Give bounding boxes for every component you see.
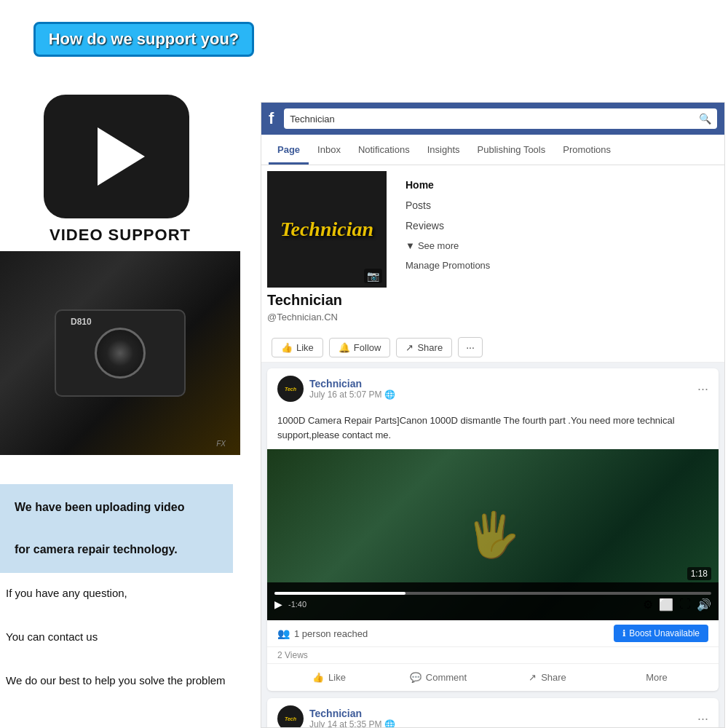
- post-time-text-1: July 16 at 5:07 PM: [309, 389, 381, 400]
- see-more-button[interactable]: ▼ See more: [400, 237, 717, 255]
- blue-text-line3: for camera repair technology.: [15, 543, 178, 555]
- video-fullscreen-icon[interactable]: ⛶: [679, 598, 691, 612]
- tab-page[interactable]: Page: [269, 137, 309, 165]
- tab-promotions[interactable]: Promotions: [554, 137, 620, 165]
- video-time-remaining: -1:40: [288, 600, 306, 609]
- chevron-down-icon: ▼: [405, 240, 415, 251]
- post-meta-1: Technician July 16 at 5:07 PM 🌐: [309, 378, 697, 400]
- fb-search-text: Technician: [290, 114, 695, 124]
- manage-promotions-link[interactable]: Manage Promotions: [400, 256, 717, 274]
- video-settings-icon[interactable]: ⚙: [643, 598, 653, 612]
- bottom-text: If you have any question, You can contac…: [6, 582, 253, 692]
- reach-icon: 👥: [277, 628, 290, 639]
- video-icon-container: [44, 95, 189, 218]
- like-button[interactable]: 👍 Like: [272, 338, 323, 357]
- views-text: 2 Views: [267, 647, 719, 664]
- camera-model-label: D810: [71, 317, 92, 327]
- globe-icon-2: 🌐: [384, 719, 395, 728]
- fb-page-handle: @Technician.CN: [267, 312, 387, 323]
- video-picture-in-picture-icon[interactable]: ⬜: [659, 598, 673, 612]
- header-banner: How do we support you?: [36, 22, 251, 57]
- video-volume-icon[interactable]: 🔊: [697, 598, 711, 612]
- post-share-button[interactable]: ↗ Share: [493, 667, 602, 688]
- bottom-text-line1: If you have any question,: [6, 587, 127, 599]
- fb-search-box[interactable]: Technician 🔍: [284, 108, 717, 129]
- video-controls-bottom: ▶ -1:40 ⚙ ⬜ ⛶ 🔊: [274, 598, 711, 612]
- camera-lens: [95, 328, 146, 379]
- video-support-label: VIDEO SUPPORT: [15, 226, 226, 245]
- video-play-button[interactable]: ▶: [274, 598, 282, 610]
- post-author-2[interactable]: Technician: [309, 708, 697, 719]
- facebook-panel: f Technician 🔍 Page Inbox Notifications …: [261, 102, 725, 728]
- page-nav-home[interactable]: Home: [400, 175, 717, 194]
- post-avatar-2: Tech: [277, 705, 304, 728]
- follow-label: Follow: [354, 342, 381, 353]
- more-button[interactable]: ···: [458, 337, 483, 357]
- like-icon: 👍: [281, 342, 293, 353]
- video-control-icons: ⚙ ⬜ ⛶ 🔊: [643, 598, 711, 612]
- globe-icon-1: 🌐: [384, 389, 395, 400]
- post-comment-button[interactable]: 💬 Comment: [384, 667, 493, 688]
- post-header-1: Tech Technician July 16 at 5:07 PM 🌐 ···: [267, 368, 719, 409]
- video-progress-fill: [274, 592, 405, 595]
- left-panel: How do we support you? VIDEO SUPPORT D81…: [0, 0, 258, 728]
- post-time-2: July 14 at 5:35 PM 🌐: [309, 719, 697, 728]
- tab-insights[interactable]: Insights: [419, 137, 469, 165]
- camera-image: D810 FX: [0, 251, 240, 455]
- page-nav-reviews[interactable]: Reviews: [400, 216, 717, 235]
- camera-image-inner: D810 FX: [0, 251, 240, 455]
- post-avatar-1: Tech: [277, 376, 304, 402]
- post-like-button[interactable]: 👍 Like: [274, 667, 384, 688]
- post-time-text-2: July 14 at 5:35 PM: [309, 719, 381, 728]
- boost-button[interactable]: ℹ Boost Unavailable: [614, 625, 708, 642]
- fb-page-name: Technician: [267, 292, 387, 309]
- video-controls-1: ▶ -1:40 ⚙ ⬜ ⛶ 🔊: [267, 582, 719, 620]
- tab-publishing-tools[interactable]: Publishing Tools: [469, 137, 555, 165]
- share-button[interactable]: ↗ Share: [396, 338, 452, 357]
- fb-action-bar: 👍 Like 🔔 Follow ↗ Share ···: [261, 333, 724, 363]
- post-header-2: Tech Technician July 14 at 5:35 PM 🌐 ···: [267, 698, 719, 728]
- like-label: Like: [296, 342, 314, 353]
- page-nav-posts[interactable]: Posts: [400, 196, 717, 215]
- post-card-2: Tech Technician July 14 at 5:35 PM 🌐 ···…: [267, 698, 719, 728]
- follow-icon: 🔔: [339, 342, 350, 353]
- video-content-icon: 🖐️: [466, 509, 521, 561]
- video-progress-bar[interactable]: [274, 592, 711, 595]
- fb-page-cover-text: Technician: [280, 218, 373, 241]
- boost-icon: ℹ: [622, 628, 626, 638]
- camera-icon[interactable]: 📷: [364, 269, 382, 283]
- follow-button[interactable]: 🔔 Follow: [329, 338, 391, 357]
- post-more-2[interactable]: ···: [697, 711, 708, 727]
- camera-brand-label: FX: [216, 440, 226, 448]
- share-icon: ↗: [405, 342, 414, 353]
- post-more-button[interactable]: More: [602, 667, 711, 688]
- post-meta-2: Technician July 14 at 5:35 PM 🌐: [309, 708, 697, 728]
- post-video-1[interactable]: 🖐️ 1:18 ▶ -1:40 ⚙ ⬜ ⛶: [267, 449, 719, 620]
- reach-text: 1 person reached: [294, 628, 368, 639]
- fb-cover-img: Technician 📷: [267, 171, 387, 288]
- fb-feed: Tech Technician July 16 at 5:07 PM 🌐 ···…: [261, 363, 724, 728]
- tab-inbox[interactable]: Inbox: [309, 137, 349, 165]
- post-comment-label: Comment: [426, 672, 467, 683]
- post-more-1[interactable]: ···: [697, 381, 708, 397]
- share-label: Share: [417, 342, 443, 353]
- fb-header: f Technician 🔍: [261, 103, 724, 135]
- bottom-text-line3: You can contact us: [6, 630, 98, 643]
- blue-text-box: We have been uploading video for camera …: [0, 484, 233, 573]
- post-share-label: Share: [541, 672, 566, 683]
- post-more-label: More: [646, 672, 668, 683]
- video-duration-badge: 1:18: [687, 567, 711, 580]
- post-time-1: July 16 at 5:07 PM 🌐: [309, 389, 697, 400]
- post-card-1: Tech Technician July 16 at 5:07 PM 🌐 ···…: [267, 368, 719, 691]
- fb-page-nav: Home Posts Reviews ▼ See more Manage Pro…: [400, 175, 717, 274]
- post-reach-info: 👥 1 person reached: [277, 628, 608, 639]
- tab-notifications[interactable]: Notifications: [349, 137, 419, 165]
- post-text-1: 1000D Camera Repair Parts]Canon 1000D di…: [267, 409, 719, 449]
- fb-nav: Page Inbox Notifications Insights Publis…: [261, 135, 724, 165]
- blue-text-line1: We have been uploading video: [15, 501, 185, 513]
- post-actions-1: 👍 Like 💬 Comment ↗ Share More: [267, 664, 719, 691]
- post-author-1[interactable]: Technician: [309, 378, 697, 389]
- post-stats-1: 👥 1 person reached ℹ Boost Unavailable: [267, 620, 719, 647]
- header-title: How do we support you?: [49, 30, 240, 48]
- search-icon[interactable]: 🔍: [699, 113, 711, 124]
